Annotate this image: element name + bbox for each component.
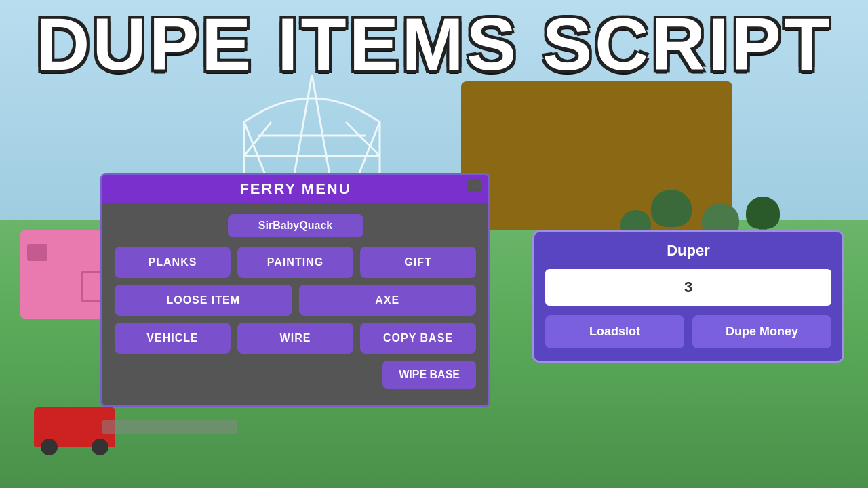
username-display: SirBabyQuack <box>228 214 363 237</box>
road <box>102 420 237 434</box>
ferry-title: FERRY MENU <box>239 180 351 198</box>
axe-button[interactable]: AXE <box>299 285 477 316</box>
pink-character <box>20 230 108 319</box>
painting-button[interactable]: PAINTING <box>237 247 353 278</box>
vehicle-button[interactable]: VEHICLE <box>115 323 231 354</box>
ferry-body: SirBabyQuack PLANKS PAINTING GIFT LOOSE … <box>102 203 488 394</box>
ferry-header: FERRY MENU - <box>102 175 488 203</box>
loadslot-button[interactable]: Loadslot <box>545 315 684 348</box>
svg-line-1 <box>244 122 271 156</box>
button-row-1: PLANKS PAINTING GIFT <box>115 247 476 278</box>
wire-button[interactable]: WIRE <box>237 323 353 354</box>
duper-title: Duper <box>545 242 831 260</box>
ferry-menu-panel: FERRY MENU - SirBabyQuack PLANKS PAINTIN… <box>100 173 490 407</box>
wipe-base-button[interactable]: WIPE BASE <box>382 361 476 389</box>
button-row-2: LOOSE ITEM AXE <box>115 285 476 316</box>
duper-buttons: Loadslot Dupe Money <box>545 315 831 348</box>
dirt-area <box>461 81 732 230</box>
planks-button[interactable]: PLANKS <box>115 247 231 278</box>
duper-panel: Duper 3 Loadslot Dupe Money <box>532 230 844 363</box>
svg-line-2 <box>346 122 380 156</box>
copy-base-button[interactable]: COPY BASE <box>360 323 476 354</box>
duper-value-display: 3 <box>545 269 831 306</box>
page-title: DUPE ITEMS SCRIPT <box>0 7 868 81</box>
wipe-row: WIPE BASE <box>115 361 476 389</box>
dupe-money-button[interactable]: Dupe Money <box>692 315 831 348</box>
gift-button[interactable]: GIFT <box>360 247 476 278</box>
loose-item-button[interactable]: LOOSE ITEM <box>115 285 292 316</box>
close-button[interactable]: - <box>468 179 481 192</box>
button-row-3: VEHICLE WIRE COPY BASE <box>115 323 476 354</box>
